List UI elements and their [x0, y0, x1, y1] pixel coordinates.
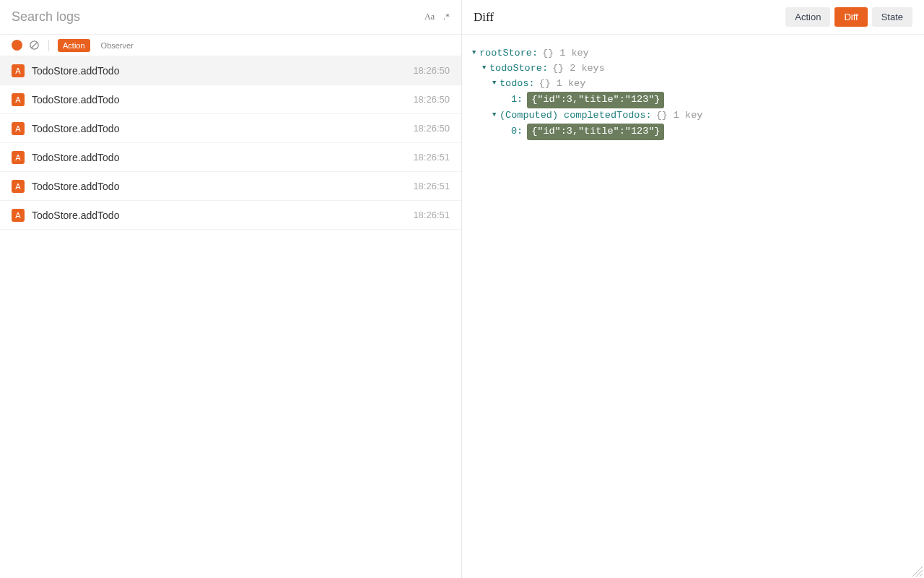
- tree-meta: 1 key: [559, 46, 589, 61]
- action-badge: A: [12, 180, 25, 193]
- tree-key: (Computed) completedTodos:: [500, 108, 652, 124]
- log-row[interactable]: ATodoStore.addTodo18:26:51: [0, 172, 461, 201]
- tree-node-todostore[interactable]: ▼ todoStore: {} 2 keys: [472, 61, 914, 77]
- log-name: TodoStore.addTodo: [32, 94, 413, 105]
- panel-title: Diff: [474, 10, 494, 25]
- log-row[interactable]: ATodoStore.addTodo18:26:50: [0, 56, 461, 85]
- tree-braces: {}: [656, 108, 668, 124]
- action-badge: A: [12, 122, 25, 135]
- tree-leaf-todos-1[interactable]: 1: {"id":3,"title":"123"}: [472, 92, 914, 108]
- tree-braces: {}: [552, 61, 564, 77]
- tree-value: {"id":3,"title":"123"}: [527, 92, 664, 108]
- svg-line-1: [31, 43, 37, 48]
- filter-row: Action Observer: [0, 35, 461, 56]
- filter-observer[interactable]: Observer: [96, 39, 139, 52]
- log-name: TodoStore.addTodo: [32, 210, 413, 221]
- tree-key: todoStore:: [489, 61, 548, 77]
- tree-meta: 2 keys: [570, 61, 605, 77]
- log-time: 18:26:50: [413, 65, 450, 76]
- divider: [48, 40, 49, 51]
- log-time: 18:26:51: [413, 152, 450, 163]
- log-time: 18:26:51: [413, 210, 450, 220]
- case-sensitive-toggle[interactable]: Aa: [424, 12, 435, 22]
- log-name: TodoStore.addTodo: [32, 123, 413, 134]
- clear-icon[interactable]: [28, 40, 40, 51]
- tab-state[interactable]: State: [872, 7, 912, 27]
- log-row[interactable]: ATodoStore.addTodo18:26:51: [0, 201, 461, 230]
- tree-meta: 1 key: [674, 108, 703, 124]
- record-icon[interactable]: [12, 40, 22, 51]
- action-badge: A: [12, 151, 25, 164]
- tree-node-completedtodos[interactable]: ▼ (Computed) completedTodos: {} 1 key: [472, 108, 914, 124]
- tree-leaf-completed-0[interactable]: 0: {"id":3,"title":"123"}: [472, 124, 914, 140]
- tree-key: rootStore:: [479, 46, 538, 61]
- tab-action[interactable]: Action: [785, 7, 830, 27]
- resize-grip-icon[interactable]: [912, 566, 923, 577]
- tree-braces: {}: [542, 46, 554, 61]
- search-input[interactable]: [12, 9, 424, 25]
- tree-node-todos[interactable]: ▼ todos: {} 1 key: [472, 77, 914, 92]
- tree-key: todos:: [500, 77, 535, 92]
- log-row[interactable]: ATodoStore.addTodo18:26:51: [0, 143, 461, 172]
- tree-meta: 1 key: [557, 77, 586, 92]
- action-badge: A: [12, 93, 25, 106]
- right-header: Diff Action Diff State: [462, 0, 924, 35]
- log-time: 18:26:50: [413, 94, 450, 105]
- log-name: TodoStore.addTodo: [32, 181, 413, 192]
- caret-down-icon[interactable]: ▼: [492, 111, 500, 121]
- action-badge: A: [12, 64, 25, 77]
- log-list: ATodoStore.addTodo18:26:50ATodoStore.add…: [0, 56, 461, 578]
- right-pane: Diff Action Diff State ▼ rootStore: {} 1…: [462, 0, 924, 578]
- log-row[interactable]: ATodoStore.addTodo18:26:50: [0, 85, 461, 114]
- regex-toggle[interactable]: .*: [443, 12, 450, 22]
- filter-action[interactable]: Action: [58, 39, 90, 52]
- tab-diff[interactable]: Diff: [834, 7, 867, 27]
- caret-down-icon[interactable]: ▼: [472, 48, 479, 59]
- tab-group: Action Diff State: [785, 7, 912, 27]
- tree-key: 0:: [511, 124, 523, 139]
- tree-node-rootstore[interactable]: ▼ rootStore: {} 1 key: [472, 46, 914, 61]
- log-name: TodoStore.addTodo: [32, 65, 413, 77]
- log-time: 18:26:51: [413, 181, 450, 191]
- log-row[interactable]: ATodoStore.addTodo18:26:50: [0, 114, 461, 143]
- caret-down-icon[interactable]: ▼: [482, 64, 489, 74]
- tree-key: 1:: [511, 92, 523, 108]
- diff-tree: ▼ rootStore: {} 1 key ▼ todoStore: {} 2 …: [462, 35, 924, 152]
- action-badge: A: [12, 209, 25, 222]
- log-name: TodoStore.addTodo: [32, 152, 413, 163]
- left-pane: Aa .* Action Observer ATodoStore.addTodo…: [0, 0, 462, 578]
- log-time: 18:26:50: [413, 123, 450, 134]
- tree-braces: {}: [539, 77, 551, 92]
- tree-value: {"id":3,"title":"123"}: [527, 124, 664, 140]
- search-bar: Aa .*: [0, 0, 461, 35]
- caret-down-icon[interactable]: ▼: [492, 79, 500, 89]
